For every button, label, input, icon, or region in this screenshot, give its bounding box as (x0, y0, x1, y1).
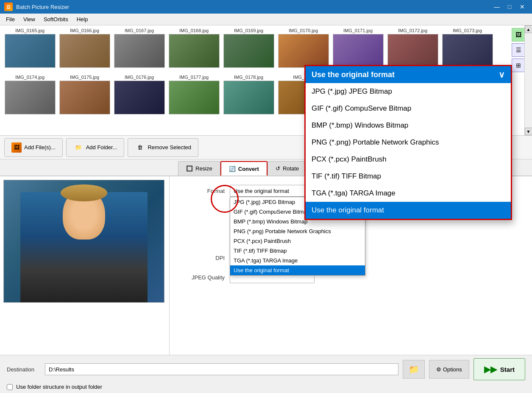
destination-label: Destination (7, 366, 41, 373)
tab-rotate[interactable]: ↺ Rotate (267, 161, 307, 176)
thumbnail-image (114, 81, 165, 114)
thumbnail-image (387, 34, 438, 68)
thumbnail-image (59, 34, 110, 68)
list-item[interactable]: IMG_0165.jpg (3, 28, 56, 68)
list-item[interactable]: IMG_0166.jpg (58, 28, 111, 68)
resize-icon: 🔲 (186, 165, 193, 172)
browse-folder-button[interactable]: 📁 (403, 360, 425, 379)
thumbnail-image (59, 81, 110, 114)
menu-help[interactable]: Help (72, 14, 92, 24)
thumbnail-image (5, 34, 56, 68)
thumbnail-image (223, 34, 274, 68)
format-option-png[interactable]: PNG (*.png) Portable Network Graphics (230, 226, 365, 236)
destination-row: Destination 📁 ⚙ Options ▶▶ Start (7, 358, 525, 380)
preview-image (3, 180, 164, 303)
thumbnail-view-button[interactable]: 🖼 (512, 28, 525, 42)
browse-folder-icon: 📁 (409, 364, 419, 374)
thumbnail-image (333, 34, 384, 68)
list-item[interactable]: IMG_0171.jpg (331, 28, 384, 68)
list-item[interactable]: IMG_0169.jpg (222, 28, 275, 68)
list-view-button[interactable]: ☰ (512, 43, 525, 57)
big-option-png[interactable]: PNG (*.png) Portable Network Graphics (306, 134, 511, 151)
list-item[interactable]: IMG_0175.jpg (58, 75, 111, 114)
thumbnail-image (278, 34, 329, 68)
list-item[interactable]: IMG_0170.jpg (277, 28, 330, 68)
big-option-tga[interactable]: TGA (*.tga) TARGA Image (306, 185, 511, 202)
add-files-button[interactable]: 🖼 Add File(s)... (4, 138, 63, 157)
tab-convert[interactable]: 🔄 Convert (220, 161, 267, 176)
remove-selected-icon: 🗑 (135, 142, 145, 153)
big-option-gif[interactable]: GIF (*.gif) CompuServe Bitmap (306, 100, 511, 117)
thumbnail-image (442, 34, 493, 68)
big-dropdown-chevron-icon: ∨ (499, 70, 505, 80)
close-button[interactable]: ✕ (517, 3, 528, 11)
list-item[interactable]: IMG_0177.jpg (167, 75, 220, 114)
options-button[interactable]: ⚙ Options (429, 360, 469, 379)
menubar: File View SoftOrbits Help (0, 14, 532, 25)
start-button[interactable]: ▶▶ Start (474, 358, 525, 380)
window-controls: — □ ✕ (491, 3, 528, 11)
bottom-bar: Destination 📁 ⚙ Options ▶▶ Start Use fol… (0, 355, 532, 393)
menu-file[interactable]: File (2, 14, 19, 24)
thumbnail-image (169, 81, 220, 114)
titlebar: 🖼 Batch Picture Resizer — □ ✕ (0, 0, 532, 14)
destination-input[interactable] (45, 363, 398, 375)
convert-icon: 🔄 (229, 166, 236, 172)
big-format-dropdown: Use the original format ∨ JPG (*.jpg) JP… (304, 65, 512, 220)
list-item[interactable]: IMG_0167.jpg (113, 28, 166, 68)
jpeg-quality-label: JPEG Quality (178, 274, 225, 281)
format-option-pcx[interactable]: PCX (*.pcx) PaintBrush (230, 236, 365, 246)
list-item[interactable]: IMG_0172.jpg (386, 28, 439, 68)
menu-view[interactable]: View (19, 14, 39, 24)
add-folder-button[interactable]: 📁 Add Folder... (66, 138, 125, 157)
start-icon: ▶▶ (484, 364, 497, 374)
dpi-label: DPI (178, 255, 225, 261)
maximize-button[interactable]: □ (504, 3, 515, 11)
folder-structure-checkbox[interactable] (7, 384, 13, 390)
thumbnail-image (169, 34, 220, 68)
grid-view-button[interactable]: ⊞ (512, 59, 525, 72)
scroll-up-button[interactable]: ▲ (525, 25, 532, 33)
thumbnail-scrollbar[interactable]: ▲ ▼ (524, 25, 532, 135)
app-icon: 🖼 (4, 3, 13, 11)
gear-icon: ⚙ (436, 366, 441, 373)
add-files-icon: 🖼 (11, 142, 22, 153)
list-item[interactable]: IMG_0176.jpg (113, 75, 166, 114)
list-item[interactable]: IMG_0168.jpg (167, 28, 220, 68)
list-item[interactable]: IMG_0174.jpg (3, 75, 56, 114)
remove-selected-button[interactable]: 🗑 Remove Selected (128, 138, 198, 157)
scroll-down-button[interactable]: ▼ (525, 128, 532, 135)
tab-resize[interactable]: 🔲 Resize (178, 161, 220, 176)
thumbnail-image (114, 34, 165, 68)
big-dropdown-header[interactable]: Use the original format ∨ (306, 66, 511, 83)
list-item[interactable]: IMG_0178.jpg (222, 75, 275, 114)
format-option-tif[interactable]: TIF (*.tif) TIFF Bitmap (230, 246, 365, 256)
menu-softorbits[interactable]: SoftOrbits (39, 14, 72, 24)
thumbnail-image (5, 81, 56, 114)
big-option-original[interactable]: Use the original format (306, 202, 511, 219)
format-label: Format (178, 188, 225, 194)
thumbnail-image (223, 81, 274, 114)
format-option-original[interactable]: Use the original format (230, 265, 365, 275)
big-option-tif[interactable]: TIF (*.tif) TIFF Bitmap (306, 168, 511, 185)
big-option-jpg[interactable]: JPG (*.jpg) JPEG Bitmap (306, 83, 511, 100)
minimize-button[interactable]: — (491, 3, 502, 11)
big-option-bmp[interactable]: BMP (*.bmp) Windows Bitmap (306, 117, 511, 134)
preview-panel (0, 176, 170, 355)
add-folder-icon: 📁 (73, 142, 84, 153)
rotate-icon: ↺ (276, 165, 280, 172)
list-item[interactable]: IMG_0173.jpg (441, 28, 494, 68)
format-option-tga[interactable]: TGA (*.tga) TARGA Image (230, 256, 365, 265)
app-title: Batch Picture Resizer (16, 4, 491, 10)
folder-structure-label: Use folder structure in output folder (16, 384, 102, 390)
big-option-pcx[interactable]: PCX (*.pcx) PaintBrush (306, 151, 511, 168)
big-dropdown-title: Use the original format (312, 70, 395, 79)
folder-structure-row: Use folder structure in output folder (7, 384, 525, 390)
